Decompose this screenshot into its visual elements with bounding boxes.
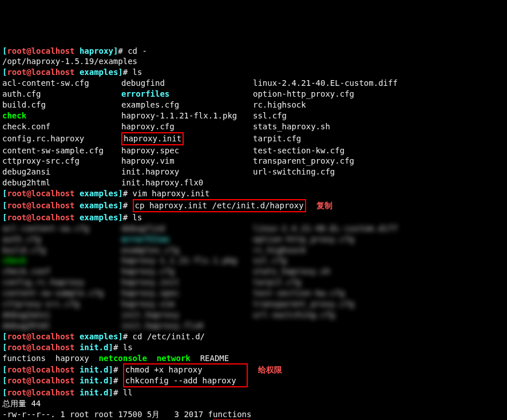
annotation-copy: 复制 <box>306 201 332 210</box>
line: [root@localhost examples]# cd /etc/init.… <box>2 331 505 342</box>
line: [root@localhost init.d]# ls <box>2 342 505 353</box>
ls-row: acl-content-sw.cfgdebugfindlinux-2.4.21-… <box>2 78 505 89</box>
ls-row: build.cfgexamples.cfgrc.highsock <box>2 100 505 110</box>
ls-row: functions haproxy netconsole network REA… <box>2 353 505 364</box>
ls-row: check.confhaproxy.cfgstats_haproxy.sh <box>2 121 505 132</box>
ls-row: auth.cfgerrorfilesoption-http_proxy.cfg <box>2 89 505 100</box>
ls-row: content-sw-sample.cfghaproxy.spectest-se… <box>2 145 505 156</box>
ll-row: -rw-r--r--. 1 root root 17500 5月 3 2017 … <box>2 409 505 420</box>
line: [root@localhost examples]# ls <box>2 67 505 78</box>
ls-row: debug2ansiinit.haproxyurl-switching.cfg <box>2 167 505 177</box>
line: [root@localhost init.d]# chmod +x haprox… <box>2 363 505 375</box>
blurred-ls-output: acl-content-sw.cfgdebugfindlinux-2.4.21-… <box>2 223 505 331</box>
terminal-output[interactable]: [root@localhost haproxy]# cd -/opt/hapro… <box>2 46 505 420</box>
line: [root@localhost init.d]# chkconfig --add… <box>2 375 505 387</box>
line: [root@localhost haproxy]# cd - <box>2 46 505 57</box>
line: /opt/haproxy-1.5.19/examples <box>2 56 505 67</box>
line: [root@localhost examples]# ls <box>2 212 505 223</box>
line: [root@localhost init.d]# ll <box>2 387 505 398</box>
line: [root@localhost examples]# cp haproxy.in… <box>2 199 505 212</box>
annotation-perm: 给权限 <box>248 365 282 374</box>
ls-row: checkhaproxy-1.1.21-flx.1.pkgssl.cfg <box>2 110 505 121</box>
ll-total: 总用量 44 <box>2 398 505 409</box>
ls-row: debug2htmlinit.haproxy.flx0 <box>2 177 505 188</box>
ls-row: config.rc.haproxyhaproxy.inittarpit.cfg <box>2 132 505 145</box>
line: [root@localhost examples]# vim haproxy.i… <box>2 188 505 199</box>
ls-row: cttproxy-src.cfghaproxy.vimtransparent_p… <box>2 156 505 167</box>
